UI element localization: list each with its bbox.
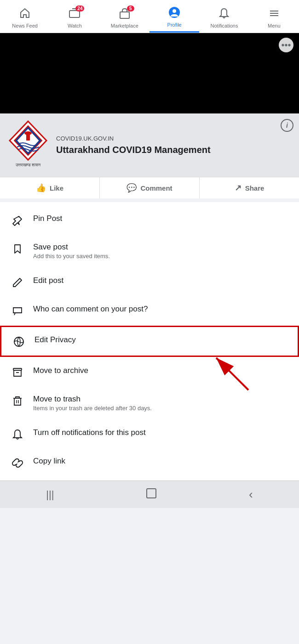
hamburger-menu-button[interactable]: ||| bbox=[37, 484, 63, 505]
menu-item-copy-link[interactable]: Copy link bbox=[0, 448, 299, 477]
home-square-icon bbox=[146, 488, 156, 498]
post-card: ••• उत्तराखण्ड शासन COVID19.U bbox=[0, 33, 299, 198]
home-button[interactable] bbox=[137, 484, 166, 506]
post-logo: उत्तराखण्ड शासन bbox=[7, 120, 49, 170]
like-button[interactable]: 👍 Like bbox=[0, 177, 100, 198]
red-arrow-svg bbox=[198, 349, 258, 395]
svg-text:उत्तराखण्ड शासन: उत्तराखण्ड शासन bbox=[15, 163, 41, 167]
like-label: Like bbox=[50, 184, 63, 192]
comment-icon: 💬 bbox=[126, 183, 137, 193]
comment-label: Comment bbox=[140, 184, 172, 192]
menu-item-who-can-comment[interactable]: Who can comment on your post? bbox=[0, 296, 299, 325]
move-to-trash-subtitle: Items in your trash are deleted after 30… bbox=[33, 405, 152, 412]
back-chevron-icon: ‹ bbox=[249, 487, 253, 501]
post-title: Uttarakhand COVID19 Management bbox=[56, 144, 292, 156]
notifications-nav-icon bbox=[218, 7, 230, 22]
svg-rect-1 bbox=[120, 12, 129, 18]
news-feed-nav-label: News Feed bbox=[12, 23, 38, 28]
menu-item-turn-off-notifications[interactable]: Turn off notifications for this post bbox=[0, 420, 299, 448]
marketplace-badge: 5 bbox=[127, 6, 134, 11]
edit-privacy-title: Edit Privacy bbox=[34, 335, 76, 345]
menu-item-edit-post[interactable]: Edit post bbox=[0, 268, 299, 296]
profile-nav-label: Profile bbox=[167, 22, 182, 28]
pin-post-icon bbox=[11, 215, 24, 226]
svg-point-11 bbox=[24, 131, 32, 135]
move-to-trash-title: Move to trash bbox=[33, 395, 152, 404]
post-text-area: COVID19.UK.GOV.IN Uttarakhand COVID19 Ma… bbox=[56, 135, 292, 156]
edit-post-content: Edit post bbox=[33, 276, 63, 285]
notifications-nav-label: Notifications bbox=[211, 23, 238, 28]
info-button[interactable]: i bbox=[281, 119, 293, 132]
svg-rect-16 bbox=[13, 368, 22, 370]
copy-link-title: Copy link bbox=[33, 457, 65, 466]
save-post-icon bbox=[11, 243, 24, 254]
bottom-navigation-bar: ||| ‹ bbox=[0, 480, 299, 508]
nav-item-news-feed[interactable]: News Feed bbox=[0, 0, 50, 33]
back-button[interactable]: ‹ bbox=[240, 483, 262, 506]
who-can-comment-icon bbox=[11, 305, 24, 316]
post-options-menu: Pin PostSave postAdd this to your saved … bbox=[0, 202, 299, 480]
nav-item-menu[interactable]: Menu bbox=[249, 0, 299, 33]
who-can-comment-content: Who can comment on your post? bbox=[33, 305, 148, 314]
move-to-trash-icon bbox=[11, 395, 24, 407]
edit-post-title: Edit post bbox=[33, 276, 63, 285]
copy-link-icon bbox=[11, 458, 24, 469]
share-label: Share bbox=[245, 184, 264, 192]
pin-post-content: Pin Post bbox=[33, 214, 62, 223]
share-icon: ↗ bbox=[235, 183, 242, 193]
menu-item-pin-post[interactable]: Pin Post bbox=[0, 206, 299, 234]
news-feed-nav-icon bbox=[19, 7, 31, 22]
save-post-subtitle: Add this to your saved items. bbox=[33, 253, 110, 260]
marketplace-nav-label: Marketplace bbox=[111, 23, 138, 28]
menu-nav-label: Menu bbox=[268, 23, 281, 28]
watch-badge: 24 bbox=[75, 6, 84, 11]
hamburger-icon: ||| bbox=[46, 489, 54, 500]
nav-item-profile[interactable]: Profile bbox=[150, 0, 199, 33]
who-can-comment-title: Who can comment on your post? bbox=[33, 305, 148, 314]
move-to-archive-icon bbox=[11, 367, 24, 378]
svg-point-3 bbox=[172, 9, 176, 13]
edit-post-icon bbox=[11, 277, 24, 288]
like-icon: 👍 bbox=[36, 183, 46, 193]
move-to-archive-content: Move to archive bbox=[33, 366, 88, 375]
edit-privacy-content: Edit Privacy bbox=[34, 335, 76, 345]
comment-button[interactable]: 💬 Comment bbox=[100, 177, 200, 198]
nav-item-notifications[interactable]: Notifications bbox=[199, 0, 249, 33]
save-post-title: Save post bbox=[33, 243, 110, 252]
pin-post-title: Pin Post bbox=[33, 214, 62, 223]
post-actions-bar: 👍 Like 💬 Comment ↗ Share bbox=[0, 177, 299, 198]
svg-line-15 bbox=[216, 358, 248, 390]
turn-off-notifications-icon bbox=[11, 429, 24, 440]
nav-item-watch[interactable]: 24Watch bbox=[50, 0, 99, 33]
edit-privacy-icon bbox=[12, 336, 25, 347]
top-navigation: News Feed 24Watch 5Marketplace Profile N… bbox=[0, 0, 299, 33]
post-info-section: उत्तराखण्ड शासन COVID19.UK.GOV.IN Uttara… bbox=[0, 113, 299, 177]
save-post-content: Save postAdd this to your saved items. bbox=[33, 243, 110, 260]
post-more-button[interactable]: ••• bbox=[279, 38, 293, 52]
share-button[interactable]: ↗ Share bbox=[200, 177, 299, 198]
svg-rect-0 bbox=[69, 11, 80, 17]
turn-off-notifications-content: Turn off notifications for this post bbox=[33, 428, 146, 437]
turn-off-notifications-title: Turn off notifications for this post bbox=[33, 428, 146, 437]
menu-item-save-post[interactable]: Save postAdd this to your saved items. bbox=[0, 234, 299, 268]
move-to-archive-title: Move to archive bbox=[33, 366, 88, 375]
marketplace-nav-icon: 5 bbox=[119, 7, 131, 22]
nav-item-marketplace[interactable]: 5Marketplace bbox=[100, 0, 150, 33]
menu-nav-icon bbox=[268, 7, 280, 22]
post-image-area: ••• bbox=[0, 33, 299, 113]
watch-nav-icon: 24 bbox=[69, 7, 80, 22]
copy-link-content: Copy link bbox=[33, 457, 65, 466]
profile-nav-icon bbox=[168, 6, 180, 21]
post-image bbox=[68, 38, 231, 109]
watch-nav-label: Watch bbox=[68, 23, 82, 28]
move-to-trash-content: Move to trashItems in your trash are del… bbox=[33, 395, 152, 412]
post-source: COVID19.UK.GOV.IN bbox=[56, 135, 292, 142]
